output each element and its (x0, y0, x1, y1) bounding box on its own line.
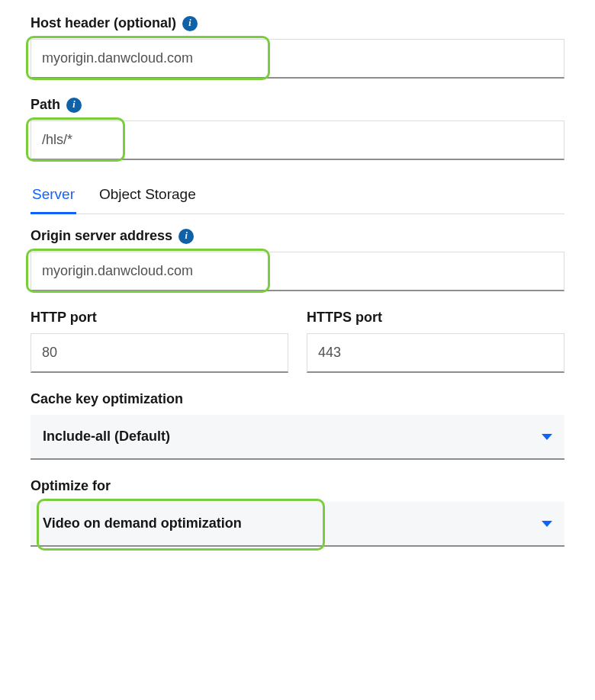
https-port-group: HTTPS port (307, 310, 564, 373)
origin-server-group: Origin server address i (31, 228, 564, 291)
host-header-label: Host header (optional) i (31, 15, 564, 31)
path-label: Path i (31, 97, 564, 113)
optimize-for-group: Optimize for Video on demand optimizatio… (31, 478, 564, 547)
tabs: Server Object Storage (31, 178, 564, 214)
host-header-input[interactable] (31, 39, 564, 79)
optimize-for-select-wrap: Video on demand optimization (31, 502, 564, 547)
host-header-label-text: Host header (optional) (31, 15, 176, 31)
cache-key-select[interactable]: Include-all (Default) (31, 415, 564, 460)
optimize-for-select[interactable]: Video on demand optimization (31, 502, 564, 547)
info-icon[interactable]: i (66, 98, 82, 113)
cache-key-selected: Include-all (Default) (43, 429, 170, 445)
origin-server-label: Origin server address i (31, 228, 564, 244)
tab-object-storage[interactable]: Object Storage (98, 178, 198, 214)
path-group: Path i (31, 97, 564, 160)
cache-key-label-text: Cache key optimization (31, 391, 183, 407)
origin-server-input[interactable] (31, 252, 564, 291)
http-port-label-text: HTTP port (31, 310, 97, 326)
path-input[interactable] (31, 120, 564, 160)
host-header-input-wrap (31, 39, 564, 79)
optimize-for-selected: Video on demand optimization (43, 515, 242, 531)
origin-server-label-text: Origin server address (31, 228, 172, 244)
chevron-down-icon (542, 521, 552, 527)
cache-key-label: Cache key optimization (31, 391, 564, 407)
cache-key-group: Cache key optimization Include-all (Defa… (31, 391, 564, 460)
host-header-group: Host header (optional) i (31, 15, 564, 79)
optimize-for-label-text: Optimize for (31, 478, 111, 494)
path-label-text: Path (31, 97, 60, 113)
origin-server-input-wrap (31, 252, 564, 291)
https-port-label-text: HTTPS port (307, 310, 382, 326)
chevron-down-icon (542, 434, 552, 440)
info-icon[interactable]: i (182, 16, 198, 31)
http-port-group: HTTP port (31, 310, 288, 373)
https-port-label: HTTPS port (307, 310, 564, 326)
http-port-label: HTTP port (31, 310, 288, 326)
ports-row: HTTP port HTTPS port (31, 310, 564, 391)
info-icon[interactable]: i (178, 229, 194, 244)
tab-server[interactable]: Server (31, 178, 76, 214)
path-input-wrap (31, 120, 564, 160)
https-port-input[interactable] (307, 333, 564, 373)
optimize-for-label: Optimize for (31, 478, 564, 494)
http-port-input[interactable] (31, 333, 288, 373)
